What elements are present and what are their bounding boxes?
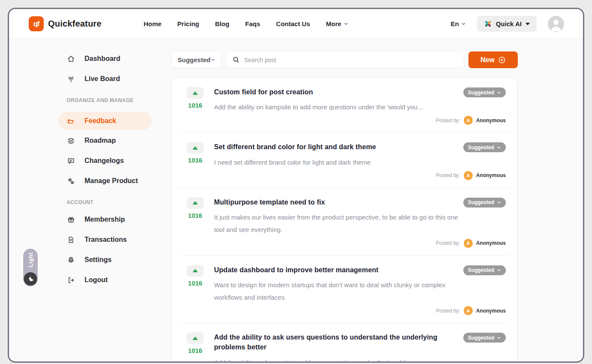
sidebar-item-changelogs[interactable]: Changelogs [66, 155, 171, 166]
post-description: Add the ability on kampsite to add more … [214, 101, 462, 113]
post-title[interactable]: Add the ability to ask users questions t… [214, 332, 506, 352]
upvote-button[interactable] [187, 87, 204, 99]
post-status-label: Suggested [468, 90, 494, 96]
message-square-icon [66, 156, 75, 165]
vote-count: 1016 [188, 212, 202, 219]
sidebar-section-heading: ACCOUNT [66, 199, 171, 205]
theme-knob[interactable] [24, 272, 37, 286]
nav-pricing[interactable]: Pricing [177, 20, 199, 27]
nav-more[interactable]: More [326, 20, 348, 27]
sidebar: Dashboard Live Board ORGANIZE AND MANAGE… [9, 39, 171, 361]
content-area: Dashboard Live Board ORGANIZE AND MANAGE… [9, 39, 583, 361]
sidebar-item-label: Logout [85, 276, 108, 284]
vote-column: 1016 [187, 87, 204, 125]
post-body: Add the ability to ask users questions t… [214, 332, 510, 361]
sidebar-item-dashboard[interactable]: Dashboard [66, 53, 171, 64]
post-status-badge[interactable]: Suggested [463, 198, 506, 208]
feedback-post[interactable]: 1016 Multipurpose template need to fix S… [179, 188, 510, 256]
brand[interactable]: qf Quickfeature [29, 16, 102, 31]
post-status-badge[interactable]: Suggested [463, 142, 506, 152]
sidebar-item-label: Changelogs [85, 157, 124, 165]
new-post-button[interactable]: New [468, 51, 518, 68]
theme-toggle-label: Light [27, 253, 34, 267]
moon-icon [27, 276, 34, 283]
nav-home[interactable]: Home [144, 20, 162, 27]
posted-by-row: Posted by: A Anonymous [214, 171, 506, 180]
sidebar-section-heading: ORGANIZE AND MANAGE [66, 97, 171, 103]
post-body: Multipurpose template need to fix Sugges… [214, 197, 510, 248]
layers-icon [66, 136, 75, 145]
sidebar-item-live-board[interactable]: Live Board [66, 73, 171, 84]
upvote-button[interactable] [187, 142, 204, 153]
sidebar-item-logout[interactable]: Logout [66, 274, 171, 286]
vote-column: 1016 [187, 142, 204, 180]
nav-faqs[interactable]: Faqs [245, 20, 260, 27]
gears-icon [66, 177, 75, 185]
sidebar-item-roadmap[interactable]: Roadmap [66, 135, 171, 146]
upvote-button[interactable] [187, 265, 204, 277]
nav-more-label: More [326, 20, 341, 27]
upvote-triangle-icon [193, 91, 198, 95]
post-description: I need set different brand color for lig… [214, 156, 462, 168]
author-name: Anonymous [476, 240, 506, 246]
status-filter-dropdown[interactable]: Suggested [171, 51, 221, 68]
top-navbar: qf Quickfeature Home Pricing Blog Faqs C… [9, 9, 583, 39]
feedback-post[interactable]: 1016 Set different brand color for light… [179, 132, 510, 187]
sidebar-item-label: Live Board [85, 75, 120, 83]
document-icon [66, 235, 75, 244]
upvote-button[interactable] [187, 197, 204, 209]
post-status-label: Suggested [468, 144, 494, 150]
sidebar-item-label: Membership [85, 216, 125, 223]
post-description: Want to design for modern startups that … [214, 279, 462, 304]
posted-by-label: Posted by: [436, 172, 460, 178]
status-filter-value: Suggested [178, 56, 211, 63]
feedback-post[interactable]: 1016 Add the ability to ask users questi… [179, 323, 510, 361]
post-description: It just makes our lives easier from the … [214, 211, 462, 236]
brand-name: Quickfeature [48, 19, 102, 29]
sidebar-item-manage-product[interactable]: Manage Product [66, 175, 171, 187]
chevron-down-icon [497, 336, 501, 340]
upvote-button[interactable] [187, 332, 204, 344]
sidebar-item-feedback[interactable]: Feedback [58, 112, 152, 130]
quick-ai-label: Quick AI [496, 20, 522, 27]
author-avatar: A [464, 116, 473, 125]
post-status-badge[interactable]: Suggested [463, 333, 506, 343]
quick-ai-pinwheel-icon [484, 20, 492, 28]
post-title[interactable]: Custom field for post creation [214, 87, 506, 97]
author-name: Anonymous [476, 308, 506, 314]
folder-icon [66, 117, 75, 125]
posted-by-row: Posted by: A Anonymous [214, 116, 506, 125]
feedback-post[interactable]: 1016 Update dashboard to improve better … [179, 256, 510, 323]
user-avatar[interactable] [548, 16, 564, 32]
gift-icon [66, 215, 75, 224]
post-status-badge[interactable]: Suggested [463, 265, 506, 275]
author-name: Anonymous [476, 117, 506, 123]
sidebar-item-membership[interactable]: Membership [66, 214, 171, 225]
language-selector[interactable]: En [451, 20, 466, 27]
language-label: En [451, 20, 459, 27]
vote-column: 1016 [187, 197, 204, 248]
quick-ai-button[interactable]: Quick AI [477, 16, 537, 32]
post-body: Custom field for post creation Suggested… [214, 87, 510, 125]
author-name: Anonymous [476, 172, 506, 178]
search-input[interactable] [244, 57, 457, 63]
post-title[interactable]: Set different brand color for light and … [214, 142, 506, 152]
nav-blog[interactable]: Blog [215, 20, 229, 27]
feedback-post[interactable]: 1016 Custom field for post creation Sugg… [179, 78, 510, 132]
post-title[interactable]: Multipurpose template need to fix [214, 197, 506, 207]
sidebar-item-settings[interactable]: Settings [66, 254, 171, 265]
logout-icon [66, 276, 75, 284]
nav-contact-us[interactable]: Contact Us [276, 20, 310, 27]
post-title[interactable]: Update dashboard to improve better manag… [214, 265, 506, 275]
sidebar-item-label: Roadmap [85, 137, 116, 144]
search-box [226, 51, 464, 68]
upvote-triangle-icon [193, 337, 198, 340]
header-right: En Quick AI [451, 16, 564, 32]
theme-toggle[interactable]: Light [23, 249, 38, 286]
quickfeature-logo-icon: qf [29, 16, 44, 31]
person-icon [548, 16, 564, 32]
sidebar-item-transactions[interactable]: Transactions [66, 234, 171, 245]
new-post-label: New [480, 56, 495, 64]
search-icon [233, 56, 240, 63]
post-status-badge[interactable]: Suggested [463, 87, 506, 97]
